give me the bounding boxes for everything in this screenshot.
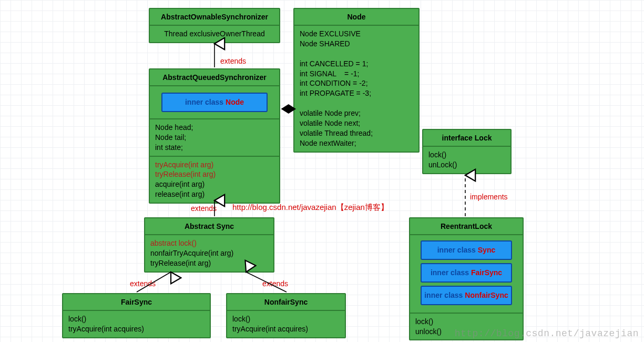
label-extends: extends: [130, 279, 156, 288]
inner-name: Sync: [478, 246, 495, 254]
class-methods: tryAcquire(int arg) tryRelease(int arg) …: [150, 157, 279, 203]
inner-prefix: inner class: [437, 246, 478, 254]
class-title: AbstractOwnableSynchronizer: [150, 9, 279, 26]
class-abstract-ownable-synchronizer: AbstractOwnableSynchronizer Thread exclu…: [149, 8, 280, 43]
label-extends: extends: [220, 57, 246, 65]
methods-plain: nonfairTryAcquire(int arg) tryRelease(in…: [150, 248, 268, 268]
class-nonfairsync: NonfairSync lock() tryAcquire(int acquir…: [226, 293, 346, 338]
watermark: http://blog.csdn.net/javazejian: [455, 328, 639, 339]
inner-class-node: inner class Node: [161, 93, 267, 112]
class-body: Node EXCLUSIVE Node SHARED int CANCELLED…: [294, 26, 418, 152]
method-tryacquire: tryAcquire(int arg): [155, 160, 274, 170]
blog-url: http://blog.csdn.net/javazejian: [232, 203, 336, 212]
class-fairsync: FairSync lock() tryAcquire(int acquires): [62, 293, 211, 338]
class-methods: lock() tryAcquire(int acquires): [227, 311, 345, 337]
inner-name: NonfairSync: [465, 291, 508, 299]
inner-class-fairsync: inner class FairSync: [421, 263, 512, 283]
inner-prefix: inner class: [424, 291, 465, 299]
inner-class-sync: inner class Sync: [421, 240, 512, 260]
interface-title: interface Lock: [423, 130, 510, 147]
class-methods: abstract lock() nonfairTryAcquire(int ar…: [145, 235, 273, 271]
class-title: Node: [294, 9, 418, 26]
class-reentrantlock: ReentrantLock inner class Sync inner cla…: [409, 217, 524, 340]
class-abstract-sync: Abstract Sync abstract lock() nonfairTry…: [144, 217, 274, 273]
inner-prefix: inner class: [431, 268, 471, 277]
label-extends: extends: [262, 279, 288, 288]
inner-class-section: inner class Node: [150, 86, 279, 119]
methods-plain: acquire(int arg) release(int arg): [155, 179, 274, 199]
class-title: Abstract Sync: [145, 218, 273, 235]
inner-class-section: inner class Sync inner class FairSync in…: [410, 235, 523, 314]
label-extends: extends: [191, 204, 217, 213]
inner-class-nonfairsync: inner class NonfairSync: [421, 286, 512, 305]
blog-suffix: 【zejian博客】: [336, 203, 389, 212]
blog-link: http://blog.csdn.net/javazejian【zejian博客…: [232, 203, 389, 213]
method-tryrelease: tryRelease(int arg): [155, 169, 274, 179]
class-abstract-queued-synchronizer: AbstractQueuedSynchronizer inner class N…: [149, 68, 280, 204]
interface-lock: interface Lock lock() unLock(): [422, 129, 512, 174]
class-title: FairSync: [63, 294, 210, 311]
inner-name: Node: [226, 98, 244, 106]
class-node: Node Node EXCLUSIVE Node SHARED int CANC…: [293, 8, 420, 153]
label-implements: implements: [470, 193, 508, 201]
class-methods: lock() tryAcquire(int acquires): [63, 311, 210, 337]
class-title: AbstractQueuedSynchronizer: [150, 69, 279, 86]
inner-name: FairSync: [471, 268, 502, 277]
method-abstract-lock: abstract lock(): [150, 238, 268, 248]
interface-methods: lock() unLock(): [423, 147, 510, 173]
class-title: ReentrantLock: [410, 218, 523, 235]
class-fields: Node head; Node tail; int state;: [150, 119, 279, 157]
class-title: NonfairSync: [227, 294, 345, 311]
class-field: Thread exclusiveOwnerThread: [150, 26, 279, 42]
inner-prefix: inner class: [185, 98, 226, 106]
